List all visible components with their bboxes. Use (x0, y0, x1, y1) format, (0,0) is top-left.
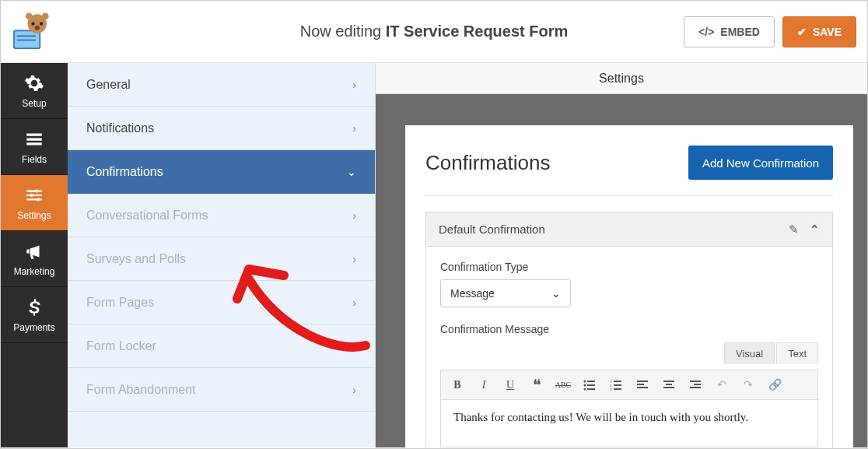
rich-text-editor: B I U ❝ ABC 123 (440, 370, 818, 447)
svg-point-14 (584, 384, 586, 386)
svg-rect-24 (637, 381, 648, 382)
svg-point-11 (37, 198, 40, 201)
embed-button[interactable]: </> EMBED (684, 16, 775, 47)
svg-rect-19 (614, 381, 621, 382)
chevron-right-icon: › (352, 79, 356, 91)
sidebar-item-setup[interactable]: Setup (1, 63, 68, 119)
content-area: Settings Confirmations Add New Confirmat… (376, 63, 867, 447)
menu-item-confirmations[interactable]: Confirmations ⌄ (68, 150, 375, 194)
confirmations-card: Confirmations Add New Confirmation Defau… (405, 125, 853, 447)
editor-toolbar: B I U ❝ ABC 123 (441, 370, 817, 400)
svg-rect-32 (690, 387, 701, 388)
numbered-list-icon[interactable]: 123 (607, 377, 625, 394)
settings-panel: General › Notifications › Confirmations … (68, 63, 376, 447)
sidebar-item-marketing[interactable]: Marketing (1, 231, 68, 287)
svg-point-7 (26, 12, 33, 19)
svg-point-4 (31, 22, 34, 25)
header-bar: Now editing IT Service Request Form </> … (1, 1, 867, 63)
chevron-down-icon: ⌄ (551, 287, 561, 300)
chevron-right-icon: › (352, 253, 356, 265)
confirmation-box: Default Confirmation ✎ ⌃ Confirmation Ty… (425, 212, 833, 447)
list-icon (24, 129, 44, 149)
svg-point-10 (30, 193, 33, 196)
menu-item-surveys[interactable]: Surveys and Polls › (68, 237, 375, 281)
svg-rect-30 (690, 381, 701, 382)
dollar-icon (24, 297, 44, 317)
header-actions: </> EMBED ✔ SAVE (684, 16, 856, 47)
svg-rect-29 (663, 387, 674, 388)
sidebar-item-fields[interactable]: Fields (1, 119, 68, 175)
gear-icon (24, 73, 44, 93)
menu-item-notifications[interactable]: Notifications › (68, 107, 375, 150)
svg-rect-21 (614, 384, 621, 386)
save-button[interactable]: ✔ SAVE (782, 16, 856, 47)
svg-rect-23 (614, 388, 621, 390)
editing-prefix: Now editing (300, 23, 382, 40)
confirmation-type-label: Confirmation Type (440, 261, 818, 273)
sidebar-item-settings[interactable]: Settings (1, 175, 68, 231)
undo-icon[interactable]: ↶ (713, 377, 730, 394)
bullet-list-icon[interactable] (581, 377, 598, 394)
chevron-up-icon[interactable]: ⌃ (810, 223, 820, 237)
align-left-icon[interactable] (634, 377, 651, 394)
svg-point-5 (40, 22, 43, 25)
svg-rect-26 (637, 387, 648, 388)
menu-item-form-pages[interactable]: Form Pages › (68, 281, 375, 324)
add-new-confirmation-button[interactable]: Add New Confirmation (688, 146, 833, 180)
align-right-icon[interactable] (687, 377, 704, 394)
chevron-right-icon: › (352, 384, 356, 396)
strikethrough-icon[interactable]: ABC (555, 377, 572, 394)
editor-tab-visual[interactable]: Visual (724, 342, 775, 364)
icon-sidebar: Setup Fields Settings Marketing Payments (1, 63, 68, 447)
underline-icon[interactable]: U (502, 377, 519, 394)
menu-item-form-locker[interactable]: Form Locker › (68, 324, 375, 368)
pencil-icon[interactable]: ✎ (789, 223, 799, 237)
menu-item-form-abandonment[interactable]: Form Abandonment › (68, 368, 375, 412)
align-center-icon[interactable] (660, 377, 677, 394)
content-tab-title: Settings (376, 63, 867, 94)
svg-point-16 (584, 388, 586, 390)
chevron-right-icon: › (352, 340, 356, 353)
check-icon: ✔ (797, 26, 807, 38)
chevron-right-icon: › (352, 209, 356, 222)
svg-rect-13 (587, 381, 595, 382)
svg-point-9 (35, 189, 38, 192)
chevron-right-icon: › (352, 122, 356, 135)
svg-rect-25 (637, 384, 644, 385)
editor-tab-text[interactable]: Text (776, 342, 818, 364)
svg-rect-15 (587, 384, 595, 386)
menu-item-general[interactable]: General › (68, 63, 375, 107)
chevron-right-icon: › (352, 296, 356, 309)
section-title: Confirmations (425, 151, 550, 175)
code-icon: </> (698, 26, 714, 38)
svg-rect-17 (587, 388, 595, 390)
quote-icon[interactable]: ❝ (528, 377, 545, 394)
redo-icon[interactable]: ↷ (740, 377, 757, 394)
svg-text:3: 3 (610, 388, 612, 391)
confirmation-title: Default Confirmation (439, 223, 545, 236)
bold-icon[interactable]: B (449, 377, 466, 394)
page-title: Now editing IT Service Request Form (300, 23, 569, 40)
svg-point-12 (584, 380, 586, 382)
sidebar-item-payments[interactable]: Payments (1, 287, 68, 343)
megaphone-icon (24, 241, 44, 261)
confirmation-box-header[interactable]: Default Confirmation ✎ ⌃ (426, 212, 832, 247)
app-logo (1, 1, 60, 62)
svg-rect-31 (694, 384, 701, 385)
confirmation-message-label: Confirmation Message (440, 323, 818, 335)
menu-item-conversational[interactable]: Conversational Forms › (68, 194, 375, 237)
sliders-icon (24, 185, 44, 205)
editor-tabs: Visual Text (440, 342, 818, 363)
confirmation-type-select[interactable]: Message ⌄ (440, 279, 571, 307)
svg-point-8 (42, 12, 49, 19)
svg-rect-28 (666, 384, 672, 385)
form-name: IT Service Request Form (386, 23, 569, 40)
editor-content[interactable]: Thanks for contacting us! We will be in … (441, 400, 817, 447)
chevron-down-icon: ⌄ (347, 166, 356, 178)
svg-rect-27 (663, 381, 674, 382)
italic-icon[interactable]: I (475, 377, 492, 394)
link-icon[interactable]: 🔗 (766, 377, 783, 394)
svg-point-6 (35, 25, 40, 30)
